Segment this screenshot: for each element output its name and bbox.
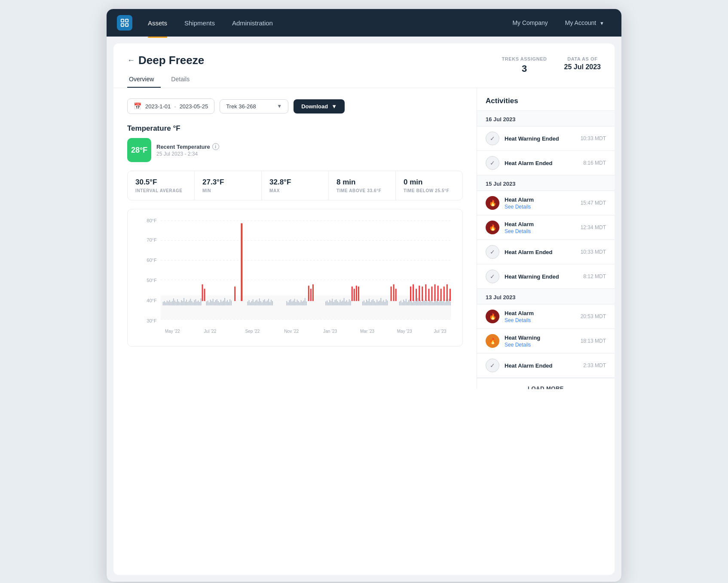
- svg-rect-65: [219, 302, 220, 305]
- svg-rect-135: [367, 301, 368, 305]
- svg-text:40°F: 40°F: [147, 298, 157, 303]
- svg-rect-55: [206, 301, 207, 305]
- svg-rect-148: [384, 302, 385, 305]
- tab-details[interactable]: Details: [169, 72, 196, 88]
- nav-item-administration[interactable]: Administration: [225, 16, 280, 30]
- activity-detail[interactable]: See Details: [505, 342, 575, 348]
- svg-rect-102: [296, 302, 297, 305]
- stat-val-0: 30.5°F: [135, 178, 187, 187]
- svg-rect-36: [177, 299, 178, 305]
- svg-rect-120: [337, 301, 338, 305]
- svg-rect-93: [271, 300, 272, 305]
- date-range-picker[interactable]: 📅 2023-1-01 - 2023-05-25: [127, 98, 214, 114]
- svg-rect-41: [184, 298, 184, 305]
- svg-rect-125: [344, 298, 345, 305]
- activity-time: 10:33 MDT: [581, 135, 606, 141]
- svg-rect-112: [327, 301, 327, 305]
- svg-rect-42: [185, 301, 186, 305]
- svg-rect-175: [430, 301, 431, 305]
- stat-val-2: 32.8°F: [269, 178, 321, 187]
- svg-rect-164: [416, 301, 417, 305]
- tab-overview[interactable]: Overview: [127, 72, 161, 88]
- svg-rect-193: [204, 289, 205, 301]
- svg-rect-82: [257, 300, 257, 305]
- activity-detail[interactable]: See Details: [505, 317, 575, 323]
- svg-rect-70: [226, 301, 226, 305]
- activity-name: Heat Alarm: [505, 221, 575, 227]
- treks-value: 3: [502, 63, 547, 74]
- svg-rect-81: [255, 301, 256, 305]
- svg-rect-122: [340, 300, 340, 305]
- temperature-chart: 80°F 70°F 60°F 50°F 40°F 30°F: [127, 209, 463, 347]
- svg-rect-67: [222, 301, 223, 305]
- svg-rect-91: [268, 299, 269, 305]
- download-button[interactable]: Download ▼: [294, 99, 345, 114]
- svg-rect-99: [291, 301, 292, 305]
- date-from: 2023-1-01: [145, 103, 171, 110]
- svg-rect-77: [250, 302, 251, 305]
- svg-rect-123: [341, 301, 342, 305]
- svg-rect-201: [358, 286, 359, 301]
- svg-rect-132: [364, 301, 364, 305]
- svg-rect-38: [180, 302, 180, 305]
- back-row: ← Deep Freeze: [127, 54, 205, 67]
- svg-rect-195: [308, 285, 309, 301]
- info-icon[interactable]: i: [212, 143, 219, 150]
- temp-badge-title: Recent Temperature i: [156, 143, 219, 150]
- activity-name: Heat Warning Ended: [505, 135, 575, 142]
- svg-rect-157: [407, 302, 408, 305]
- nav-item-shipments[interactable]: Shipments: [177, 16, 222, 30]
- date-separator: -: [174, 103, 176, 110]
- svg-text:Jul '23: Jul '23: [434, 329, 447, 334]
- activity-detail[interactable]: See Details: [505, 228, 575, 234]
- load-more-button[interactable]: LOAD MORE: [477, 378, 615, 389]
- back-button[interactable]: ←: [127, 56, 135, 65]
- activity-detail[interactable]: See Details: [505, 204, 575, 210]
- svg-rect-39: [181, 300, 182, 305]
- activity-name: Heat Alarm Ended: [505, 160, 578, 166]
- activity-time: 8:12 MDT: [583, 273, 606, 279]
- svg-rect-184: [442, 301, 443, 305]
- svg-rect-207: [416, 289, 417, 301]
- svg-rect-192: [202, 284, 203, 301]
- svg-rect-53: [199, 302, 200, 305]
- svg-rect-103: [297, 300, 298, 305]
- svg-rect-73: [229, 299, 230, 305]
- stat-data-as-of: DATA AS OF 25 Jul 2023: [564, 56, 601, 71]
- svg-rect-48: [193, 302, 193, 305]
- svg-text:Jan '23: Jan '23: [323, 329, 337, 334]
- activity-time: 15:47 MDT: [581, 200, 606, 206]
- svg-rect-72: [228, 302, 229, 305]
- svg-rect-198: [352, 286, 353, 301]
- navbar: Assets Shipments Administration My Compa…: [107, 9, 621, 37]
- svg-rect-140: [374, 301, 375, 305]
- nav-item-assets[interactable]: Assets: [141, 16, 174, 30]
- activity-name: Heat Alarm Ended: [505, 362, 578, 369]
- activity-name: Heat Warning: [505, 334, 575, 341]
- svg-rect-33: [173, 298, 174, 305]
- svg-rect-152: [401, 301, 401, 305]
- svg-rect-138: [371, 300, 372, 305]
- chart-svg: 80°F 70°F 60°F 50°F 40°F 30°F: [135, 216, 456, 339]
- svg-rect-189: [449, 299, 450, 305]
- svg-rect-216: [444, 286, 445, 301]
- svg-rect-153: [402, 302, 403, 305]
- svg-text:30°F: 30°F: [147, 318, 157, 323]
- svg-rect-212: [431, 286, 432, 301]
- svg-rect-85: [260, 301, 261, 305]
- svg-rect-114: [329, 300, 330, 305]
- svg-rect-185: [444, 301, 444, 305]
- svg-rect-156: [406, 299, 407, 305]
- stat-max: 32.8°F MAX: [262, 171, 329, 200]
- activity-time: 20:53 MDT: [581, 313, 606, 319]
- svg-rect-163: [415, 301, 416, 305]
- svg-rect-34: [174, 301, 175, 305]
- trek-dropdown[interactable]: Trek 36-268 ▼: [220, 99, 288, 114]
- activity-info: Heat Warning Ended: [505, 135, 575, 142]
- svg-rect-206: [413, 284, 414, 301]
- activity-info: Heat Alarm Ended: [505, 160, 578, 166]
- svg-rect-121: [338, 302, 339, 305]
- nav-my-account[interactable]: My Account ▼: [558, 16, 611, 30]
- nav-my-company[interactable]: My Company: [505, 16, 554, 30]
- svg-rect-171: [425, 301, 426, 305]
